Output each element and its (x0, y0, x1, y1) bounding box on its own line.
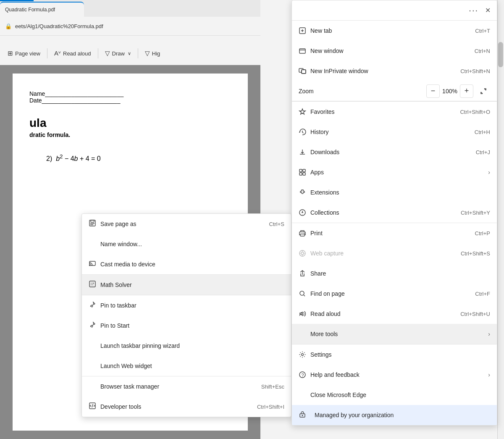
find-on-page-label: Find on page (310, 290, 468, 297)
tab-title: Quadratic Formula.pdf (5, 7, 55, 13)
read-aloud-menu-icon: A (299, 310, 310, 318)
cast-media-label: Cast media to device (100, 261, 284, 268)
print-icon (299, 229, 310, 237)
pdf-subtitle: dratic formula. (29, 131, 231, 138)
help-feedback-icon: ? (299, 371, 310, 379)
scrollbar-thumb[interactable] (498, 42, 503, 67)
draw-icon: ▽ (105, 50, 110, 57)
scrollbar[interactable] (497, 0, 504, 439)
sub-menu-item-launch-web-widget[interactable]: Launch Web widget (82, 356, 291, 376)
svg-rect-6 (303, 169, 305, 172)
managed-icon (299, 410, 310, 420)
zoom-value: 100% (441, 88, 458, 95)
help-feedback-label: Help and feedback (310, 371, 485, 378)
share-icon (299, 270, 310, 277)
pdf-title-ula: ula (29, 116, 231, 130)
menu-item-print[interactable]: Print Ctrl+P (292, 223, 497, 243)
extensions-label: Extensions (310, 189, 490, 196)
math-solver-label: Math Solver (100, 281, 284, 288)
three-dots-button[interactable]: ··· (465, 4, 482, 17)
active-tab[interactable]: Quadratic Formula.pdf (0, 2, 84, 17)
svg-rect-1 (299, 49, 305, 53)
new-tab-icon (299, 27, 310, 34)
menu-item-history[interactable]: History Ctrl+H (292, 122, 497, 142)
new-window-label: New window (310, 47, 468, 54)
menu-item-help-feedback[interactable]: ? Help and feedback › (292, 365, 497, 385)
sub-menu-item-cast-media[interactable]: Cast media to device (82, 254, 291, 274)
menu-item-close-edge[interactable]: Close Microsoft Edge (292, 385, 497, 405)
toolbar-page-view[interactable]: ⊞ Page view (4, 48, 44, 59)
menu-item-web-capture[interactable]: Web capture Ctrl+Shift+S (292, 243, 497, 263)
zoom-fullscreen-button[interactable] (477, 84, 490, 98)
pdf-date-label: Date (29, 97, 42, 104)
highlight-icon: ▽ (145, 50, 150, 57)
toolbar-sep-1 (47, 48, 47, 58)
sub-menu-item-name-window[interactable]: Name window... (82, 234, 291, 254)
zoom-row: Zoom − 100% + (292, 81, 497, 101)
menu-item-new-tab[interactable]: New tab Ctrl+T (292, 21, 497, 41)
menu-item-apps[interactable]: Apps › (292, 162, 497, 182)
page-view-label: Page view (15, 50, 40, 57)
toolbar-sep-2 (98, 48, 98, 58)
browser-task-manager-shortcut: Shift+Esc (261, 384, 284, 390)
menu-item-settings[interactable]: Settings (292, 344, 497, 365)
sub-menu-item-developer-tools[interactable]: Developer tools Ctrl+Shift+I (82, 397, 291, 417)
menu-item-share[interactable]: Share (292, 263, 497, 284)
menu-item-find-on-page[interactable]: Find on page Ctrl+F (292, 284, 497, 304)
menu-close-button[interactable]: ✕ (482, 5, 494, 16)
sub-menu-item-pin-start[interactable]: Pin to Start (82, 315, 291, 336)
svg-point-13 (301, 252, 304, 255)
menu-item-inprivate[interactable]: New InPrivate window Ctrl+Shift+N (292, 61, 497, 81)
zoom-label: Zoom (299, 88, 426, 95)
menu-item-favorites[interactable]: Favorites Ctrl+Shift+O (292, 102, 497, 122)
sub-menu-item-pin-taskbar[interactable]: Pin to taskbar (82, 295, 291, 315)
svg-rect-8 (303, 173, 305, 175)
cast-media-icon (89, 260, 100, 269)
math-solver-icon (89, 280, 100, 290)
favorites-label: Favorites (310, 108, 453, 115)
zoom-decrease-button[interactable]: − (426, 84, 440, 98)
menu-item-read-aloud[interactable]: A Read aloud Ctrl+Shift+U (292, 304, 497, 324)
new-tab-label: New tab (310, 27, 468, 34)
address-bar[interactable]: 🔒 eets/Alg1/Quadratic%20Formula.pdf (0, 17, 260, 36)
menu-item-new-window[interactable]: New window Ctrl+N (292, 41, 497, 61)
toolbar-read-aloud[interactable]: Aᵛ Read aloud (51, 48, 94, 59)
main-menu: ··· ✕ New tab Ctrl+T New window Ctrl+N N… (291, 0, 497, 426)
menu-top-bar: ··· ✕ (292, 0, 497, 21)
menu-item-collections[interactable]: Collections Ctrl+Shift+Y (292, 202, 497, 223)
svg-text:?: ? (302, 373, 304, 378)
collections-icon (299, 209, 310, 216)
sub-menu-item-save-page-as[interactable]: Save page as Ctrl+S (82, 214, 291, 234)
print-shortcut: Ctrl+P (475, 230, 490, 237)
sub-menu-item-browser-task-manager[interactable]: Browser task manager Shift+Esc (82, 376, 291, 397)
read-aloud-label: Read aloud (63, 50, 91, 57)
menu-item-more-tools[interactable]: More tools › (292, 324, 497, 344)
zoom-increase-button[interactable]: + (460, 84, 473, 98)
zoom-controls: − 100% + (426, 84, 490, 98)
managed-label: Managed by your organization (315, 412, 394, 418)
pin-start-label: Pin to Start (100, 322, 284, 329)
draw-dropdown-icon: ∨ (128, 51, 131, 56)
svg-rect-10 (300, 234, 304, 236)
toolbar-draw[interactable]: ▽ Draw ∨ (102, 48, 134, 59)
toolbar-sep-3 (138, 48, 138, 58)
pdf-name-label: Name (29, 90, 45, 97)
toolbar-highlight[interactable]: ▽ Hig (142, 48, 164, 59)
sub-menu-item-launch-taskbar-wizard[interactable]: Launch taskbar pinning wizard (82, 336, 291, 356)
developer-tools-label: Developer tools (100, 403, 257, 410)
launch-taskbar-wizard-label: Launch taskbar pinning wizard (100, 342, 284, 349)
web-capture-icon (299, 250, 310, 257)
address-lock-icon: 🔒 (5, 23, 12, 29)
sub-menu-item-math-solver[interactable]: Math Solver (82, 275, 291, 295)
close-edge-label: Close Microsoft Edge (310, 392, 490, 398)
save-page-as-icon (89, 219, 100, 229)
svg-rect-25 (89, 281, 95, 287)
pin-start-icon (89, 321, 100, 331)
inprivate-shortcut: Ctrl+Shift+N (460, 68, 490, 74)
pdf-name-line: Name________________________ Date_______… (29, 90, 231, 104)
downloads-shortcut: Ctrl+J (476, 149, 490, 155)
menu-item-extensions[interactable]: Extensions (292, 182, 497, 202)
read-aloud-menu-label: Read aloud (310, 310, 454, 317)
menu-item-downloads[interactable]: Downloads Ctrl+J (292, 142, 497, 162)
new-tab-shortcut: Ctrl+T (475, 28, 490, 34)
